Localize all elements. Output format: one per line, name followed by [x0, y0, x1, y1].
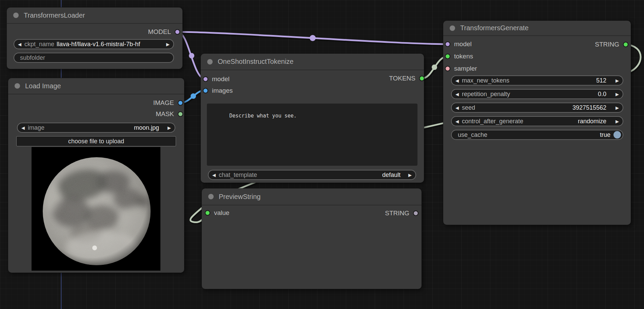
node-transformers-generate[interactable]: TransformersGenerate model tokens sample… — [443, 21, 631, 225]
input-port-label: sampler — [454, 65, 477, 72]
prompt-textarea[interactable]: Describe what you see. — [207, 104, 417, 166]
next-value-arrow-icon[interactable]: ▶ — [166, 42, 170, 47]
output-port-label: IMAGE — [153, 99, 174, 107]
sampler-port-dot[interactable] — [445, 66, 450, 71]
input-port-model[interactable]: model — [203, 75, 230, 83]
prev-value-arrow-icon[interactable]: ◀ — [21, 126, 25, 130]
value-port-dot[interactable] — [205, 210, 210, 216]
use-cache-toggle-widget[interactable]: use_cache true — [451, 130, 623, 140]
widget-value: moon.jpg — [134, 124, 159, 131]
prev-value-arrow-icon[interactable]: ◀ — [212, 173, 216, 177]
model-port-dot[interactable] — [203, 76, 208, 82]
max-new-tokens-widget[interactable]: ◀ max_new_tokens 512 ▶ — [451, 75, 623, 86]
output-port-model[interactable]: MODEL — [148, 28, 180, 36]
toggle-knob-icon[interactable] — [613, 131, 621, 139]
node-title-bar[interactable]: OneShotInstructTokenize — [201, 54, 424, 70]
link-dot-model-tokenize — [189, 53, 194, 58]
input-port-value[interactable]: value — [205, 209, 229, 217]
widget-label: seed — [462, 104, 475, 111]
input-port-label: model — [212, 75, 230, 83]
input-port-sampler[interactable]: sampler — [445, 65, 477, 72]
output-port-string[interactable]: STRING — [595, 41, 628, 48]
node-load-image[interactable]: Load Image IMAGE MASK ◀ image moon.jpg ▶… — [8, 78, 184, 273]
widget-value: 0.0 — [598, 91, 606, 98]
prompt-text: Describe what you see. — [229, 113, 297, 119]
input-port-label: images — [212, 87, 233, 94]
output-port-label: MODEL — [148, 28, 171, 36]
node-oneshot-instruct-tokenize[interactable]: OneShotInstructTokenize model images TOK… — [201, 54, 424, 183]
field-placeholder: subfolder — [20, 54, 45, 61]
input-port-label: tokens — [454, 53, 473, 60]
input-port-model[interactable]: model — [445, 40, 472, 48]
node-transformers-loader[interactable]: TransformersLoader MODEL ◀ ckpt_name lla… — [7, 7, 182, 69]
node-status-dot — [13, 13, 19, 18]
increment-arrow-icon[interactable]: ▶ — [616, 78, 619, 83]
widget-value: llava-hf/llava-v1.6-mistral-7b-hf — [57, 41, 140, 48]
model-port-dot[interactable] — [175, 29, 180, 35]
widget-value: randomize — [578, 118, 606, 125]
tokens-port-dot[interactable] — [419, 76, 425, 81]
ckpt-name-combo[interactable]: ◀ ckpt_name llava-hf/llava-v1.6-mistral-… — [14, 39, 174, 49]
node-title-bar[interactable]: TransformersLoader — [7, 7, 182, 24]
next-value-arrow-icon[interactable]: ▶ — [168, 126, 171, 130]
model-port-dot[interactable] — [445, 41, 450, 47]
moon-image — [32, 147, 160, 271]
widget-label: repetition_penalty — [462, 91, 510, 98]
image-port-dot[interactable] — [178, 100, 183, 106]
link-dot-image-images — [191, 93, 196, 99]
repetition-penalty-widget[interactable]: ◀ repetition_penalty 0.0 ▶ — [451, 89, 623, 99]
choose-file-button[interactable]: choose file to upload — [16, 136, 176, 146]
subfolder-text-field[interactable]: subfolder — [14, 53, 174, 63]
output-port-label: MASK — [156, 110, 174, 118]
node-title: PreviewString — [219, 193, 260, 201]
decrement-arrow-icon[interactable]: ◀ — [455, 106, 459, 110]
node-status-dot — [208, 194, 214, 199]
widget-label: max_new_tokens — [462, 77, 509, 84]
string-port-dot[interactable] — [623, 42, 628, 47]
node-status-dot — [15, 83, 20, 89]
node-title-bar[interactable]: TransformersGenerate — [443, 21, 631, 36]
node-title-bar[interactable]: Load Image — [8, 78, 184, 94]
widget-value: default — [382, 171, 401, 179]
output-port-string[interactable]: STRING — [385, 210, 418, 217]
chat-template-combo[interactable]: ◀ chat_template default ▶ — [208, 170, 416, 180]
link-dot-tokens-generate — [432, 65, 437, 70]
node-title-bar[interactable]: PreviewString — [202, 188, 422, 205]
prev-value-arrow-icon[interactable]: ◀ — [455, 119, 459, 124]
node-title: OneShotInstructTokenize — [218, 58, 293, 66]
node-preview-string[interactable]: PreviewString value STRING — [202, 188, 422, 289]
images-port-dot[interactable] — [203, 88, 208, 93]
widget-label: control_after_generate — [462, 118, 523, 125]
graph-canvas[interactable]: TransformersLoader MODEL ◀ ckpt_name lla… — [0, 0, 644, 309]
input-port-tokens[interactable]: tokens — [445, 53, 473, 60]
input-port-label: value — [214, 209, 229, 217]
widget-value: 3927515562 — [572, 104, 606, 111]
increment-arrow-icon[interactable]: ▶ — [616, 106, 619, 110]
image-file-combo[interactable]: ◀ image moon.jpg ▶ — [17, 123, 175, 133]
output-port-image[interactable]: IMAGE — [153, 99, 183, 107]
node-title: Load Image — [25, 82, 61, 90]
decrement-arrow-icon[interactable]: ◀ — [455, 92, 459, 96]
button-label: choose file to upload — [68, 138, 124, 145]
output-port-label: STRING — [595, 41, 619, 48]
widget-label: chat_template — [219, 171, 257, 179]
node-title: TransformersLoader — [24, 12, 85, 19]
seed-widget[interactable]: ◀ seed 3927515562 ▶ — [451, 103, 623, 113]
next-value-arrow-icon[interactable]: ▶ — [408, 173, 412, 177]
node-title: TransformersGenerate — [460, 24, 529, 32]
node-status-dot — [207, 59, 213, 65]
tokens-port-dot[interactable] — [445, 54, 450, 59]
output-port-tokens[interactable]: TOKENS — [389, 75, 425, 82]
increment-arrow-icon[interactable]: ▶ — [616, 92, 619, 96]
mask-port-dot[interactable] — [178, 111, 183, 117]
prev-value-arrow-icon[interactable]: ◀ — [18, 42, 21, 47]
input-port-images[interactable]: images — [203, 87, 233, 94]
string-port-dot[interactable] — [413, 211, 418, 216]
image-preview — [32, 147, 160, 271]
next-value-arrow-icon[interactable]: ▶ — [616, 119, 619, 124]
decrement-arrow-icon[interactable]: ◀ — [455, 78, 459, 83]
widget-value: true — [600, 131, 610, 139]
control-after-generate-widget[interactable]: ◀ control_after_generate randomize ▶ — [451, 116, 623, 126]
output-port-label: STRING — [385, 210, 409, 217]
output-port-mask[interactable]: MASK — [156, 110, 183, 118]
